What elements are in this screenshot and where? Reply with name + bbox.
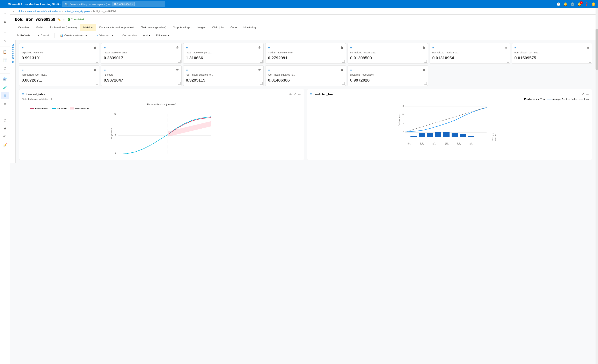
sidebar-item-menu[interactable]: ··· — [1, 10, 9, 17]
create-custom-chart-button[interactable]: 📊 Create custom chart — [58, 33, 91, 38]
tab-metrics[interactable]: Metrics — [80, 24, 96, 31]
search-bar[interactable]: 🔍 This workspace ▾ — [63, 1, 165, 7]
filter-icon[interactable]: ≡ — [104, 46, 106, 49]
filter-icon[interactable]: ≡ — [22, 46, 24, 49]
filter-icon[interactable]: ≡ — [350, 46, 352, 49]
user-icon[interactable]: 😊 — [591, 2, 596, 6]
sidebar-item-compute[interactable]: 🖥 — [1, 125, 9, 132]
tab-outputs[interactable]: Outputs + logs — [170, 24, 193, 31]
filter-icon[interactable]: ≡ — [186, 68, 188, 72]
sidebar-item-layers[interactable]: ☰ — [1, 108, 9, 116]
legend-avg: Average Predicted Value — [548, 98, 577, 101]
refresh-button[interactable]: ↻ Refresh — [15, 33, 32, 38]
filter-icon[interactable]: ≡ — [22, 92, 24, 96]
cancel-button[interactable]: ✕ Cancel — [35, 33, 51, 38]
more-chart-btn[interactable]: ⋯ — [586, 92, 589, 96]
bell-icon[interactable]: 🔔 — [564, 2, 568, 6]
sidebar-item-network[interactable]: ⬡ — [1, 65, 9, 72]
search-input[interactable] — [69, 3, 111, 6]
breadcrumb-jobs[interactable]: Jobs — [18, 10, 24, 13]
refresh-icon: ↻ — [17, 34, 19, 37]
resize-handle[interactable] — [260, 60, 263, 63]
resize-handle[interactable] — [96, 82, 98, 85]
resize-handle[interactable] — [178, 60, 181, 63]
delete-metric-btn[interactable]: 🗑 — [176, 46, 179, 49]
resize-handle[interactable] — [178, 82, 181, 85]
resize-handle[interactable] — [260, 82, 263, 85]
resize-handle[interactable] — [96, 60, 98, 63]
filter-icon[interactable]: ≡ — [310, 92, 312, 96]
edit-view-button[interactable]: Edit view ▾ — [154, 33, 171, 38]
tab-explanations[interactable]: Explanations (preview) — [46, 24, 80, 31]
breadcrumb-current: bold_iron_wx9693b9 — [93, 10, 116, 13]
clock-icon[interactable]: 🕐 — [556, 2, 561, 6]
resize-handle[interactable] — [424, 82, 427, 85]
delete-metric-btn[interactable]: 🗑 — [505, 46, 507, 49]
more-chart-btn[interactable]: ⋯ — [298, 92, 301, 96]
favorite-icon[interactable]: ☆ — [63, 18, 66, 21]
gear-icon[interactable]: ⚙️ — [570, 2, 574, 6]
breadcrumb-automl[interactable]: automl-forecast-function-demo — [27, 10, 60, 13]
filter-icon[interactable]: ≡ — [432, 46, 434, 49]
status-dot — [68, 18, 70, 21]
sidebar-item-add[interactable]: ＋ — [1, 29, 9, 36]
filter-icon[interactable]: ≡ — [22, 68, 24, 72]
sidebar-item-label[interactable]: 🏷 — [1, 133, 9, 140]
sidebar-item-cube[interactable]: ⬡ — [1, 116, 9, 124]
scrollbar-track[interactable] — [596, 8, 598, 364]
edit-chart-btn[interactable]: ✏ — [289, 92, 292, 96]
help-icon[interactable]: ❓ — [584, 2, 589, 6]
delete-metric-btn[interactable]: 🗑 — [258, 68, 261, 72]
filter-icon[interactable]: ≡ — [268, 68, 270, 72]
filter-icon[interactable]: ≡ — [186, 46, 188, 49]
tab-child-jobs[interactable]: Child jobs — [209, 24, 227, 31]
delete-metric-btn[interactable]: 🗑 — [340, 68, 343, 72]
resize-handle[interactable] — [342, 60, 345, 63]
resize-handle[interactable] — [424, 60, 427, 63]
sidebar-item-edit[interactable]: 📝 — [1, 141, 9, 148]
scrollbar-thumb[interactable] — [596, 29, 598, 70]
tab-overview[interactable]: Overview — [15, 24, 33, 31]
delete-metric-btn[interactable]: 🗑 — [340, 46, 343, 49]
filter-icon[interactable]: ≡ — [104, 68, 106, 72]
view-as-button[interactable]: ↗ View as... ▾ — [94, 33, 116, 38]
sidebar-item-grid[interactable]: ⊞ — [1, 92, 9, 99]
filter-icon[interactable]: ≡ — [268, 46, 270, 49]
delete-metric-btn[interactable]: 🗑 — [94, 46, 97, 49]
resize-handle[interactable] — [507, 60, 509, 63]
tab-code[interactable]: Code — [227, 24, 240, 31]
expand-chart-btn[interactable]: ⤢ — [294, 92, 296, 96]
workspace-badge[interactable]: This workspace ▾ — [112, 2, 135, 6]
resize-handle[interactable] — [589, 60, 591, 63]
sidebar-item-back[interactable]: ↻ — [1, 18, 9, 25]
filter-icon[interactable]: ≡ — [515, 46, 516, 49]
filter-icon[interactable]: ≡ — [350, 68, 352, 72]
tab-monitoring[interactable]: Monitoring — [240, 24, 259, 31]
sidebar-item-nodes[interactable]: ◈ — [1, 100, 9, 107]
delete-metric-btn[interactable]: 🗑 — [258, 46, 261, 49]
breadcrumb-more[interactable]: ··· — [13, 10, 15, 13]
tab-test-results[interactable]: Test results (preview) — [138, 24, 170, 31]
tab-data-transformation[interactable]: Data transformation (preview) — [96, 24, 138, 31]
delete-metric-btn[interactable]: 🗑 — [176, 68, 179, 72]
sidebar-item-flask[interactable]: 🧪 — [1, 84, 9, 91]
delete-metric-btn[interactable]: 🗑 — [94, 68, 97, 72]
delete-metric-btn[interactable]: 🗑 — [422, 68, 425, 72]
sidebar-item-graph[interactable]: 📊 — [1, 56, 9, 64]
breadcrumb-patient[interactable]: patient_horse_r7yrpsxw — [64, 10, 90, 13]
notification-icon[interactable]: 🔔 1 — [577, 2, 581, 6]
current-view-select[interactable]: Local ▾ — [140, 33, 152, 38]
tab-images[interactable]: Images — [193, 24, 209, 31]
metric-card-median-ae: ≡ 🗑 median_absolute_error 0.2792991 — [265, 43, 346, 64]
edit-title-icon[interactable]: ✏️ — [57, 18, 61, 21]
delete-metric-btn[interactable]: 🗑 — [422, 46, 425, 49]
delete-metric-btn[interactable]: 🗑 — [587, 46, 590, 49]
sidebar-item-data[interactable]: ⚗️ — [1, 75, 9, 83]
tab-model[interactable]: Model — [33, 24, 46, 31]
sidebar-item-home[interactable]: ⌂ — [1, 37, 9, 45]
sidebar-item-clipboard[interactable]: 📋 — [1, 48, 9, 56]
resize-handle[interactable] — [342, 82, 345, 85]
select-metrics-toggle[interactable]: ≫ Select metrics — [11, 44, 14, 63]
expand-chart-btn[interactable]: ⤢ — [581, 92, 584, 96]
hamburger-icon[interactable]: ☰ — [2, 2, 6, 6]
